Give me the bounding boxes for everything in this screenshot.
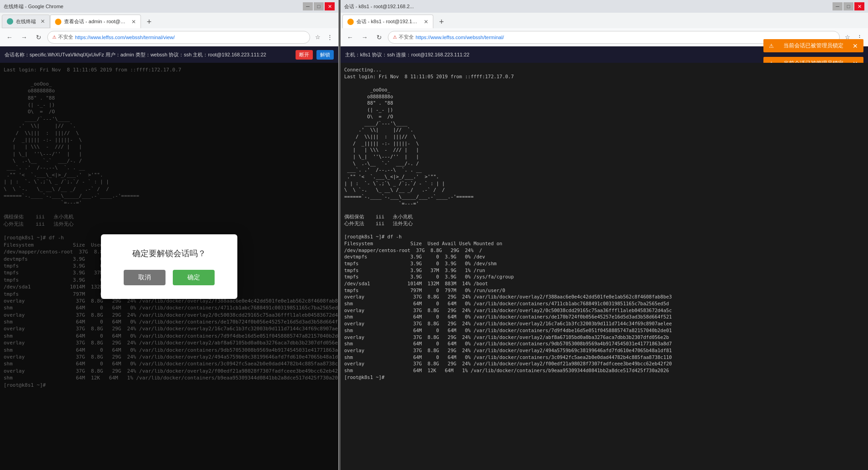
right-title-bar: 会话 - k8s1 - root@192.168.2... ─ □ ✕ bbox=[341, 0, 868, 13]
left-unlock-button[interactable]: 解锁 bbox=[316, 50, 334, 60]
left-disconnect-button[interactable]: 断开 bbox=[296, 50, 313, 60]
left-forward-button[interactable]: → bbox=[18, 31, 30, 43]
left-window-title: 在线终端 - Google Chrome bbox=[4, 3, 301, 10]
left-tab-2-label: 查看会话 - admin - root@192... bbox=[64, 18, 127, 25]
left-insecure-icon: ⚠ bbox=[52, 35, 56, 40]
right-insecure-label: 不安全 bbox=[399, 34, 414, 40]
left-modal-confirm-button[interactable]: 确定 bbox=[173, 270, 215, 285]
left-tab-1-icon bbox=[7, 18, 13, 25]
left-tab-bar: 在线终端 ✕ 查看会话 - admin - root@192... ✕ + bbox=[0, 13, 338, 28]
left-close-button[interactable]: ✕ bbox=[325, 2, 335, 10]
right-browser-window: 会话 - k8s1 - root@192.168.2... ─ □ ✕ 会话 -… bbox=[341, 0, 868, 470]
left-modal: 确定要解锁会话吗？ 取消 确定 bbox=[101, 234, 237, 299]
right-close-button[interactable]: ✕ bbox=[854, 2, 864, 10]
right-new-tab-button[interactable]: + bbox=[435, 15, 448, 28]
right-forward-button[interactable]: → bbox=[359, 31, 371, 43]
left-terminal[interactable]: Last login: Fri Nov 8 11:11:05 2019 from… bbox=[0, 63, 338, 470]
right-terminal[interactable]: Connecting... Last login: Fri Nov 8 11:1… bbox=[341, 63, 868, 470]
left-url-bar[interactable]: ⚠ 不安全 https://www.leffss.com/webssh/term… bbox=[47, 31, 310, 44]
left-insecure-label: 不安全 bbox=[58, 34, 73, 40]
right-tab-1-label: 会话 - k8s1 - root@192.168.2... bbox=[356, 18, 419, 25]
right-tab-1-close[interactable]: ✕ bbox=[424, 19, 428, 25]
right-window-controls: ─ □ ✕ bbox=[833, 2, 864, 10]
left-tab-1[interactable]: 在线终端 ✕ bbox=[2, 15, 50, 28]
right-minimize-button[interactable]: ─ bbox=[833, 2, 843, 10]
left-minimize-button[interactable]: ─ bbox=[303, 2, 313, 10]
left-modal-title: 确定要解锁会话吗？ bbox=[119, 248, 219, 259]
left-maximize-button[interactable]: □ bbox=[314, 2, 324, 10]
right-alert-text-1: 当前会话已被管理员锁定 bbox=[783, 42, 843, 50]
left-modal-overlay: 确定要解锁会话吗？ 取消 确定 bbox=[0, 63, 338, 470]
left-window-controls: ─ □ ✕ bbox=[303, 2, 335, 10]
right-tab-1-icon bbox=[347, 19, 354, 25]
right-info-text: 主机：k8s1 协议：ssh 连接：root@192.168.223.111:2… bbox=[345, 51, 760, 58]
left-info-bar: 会话名称：specific.WhXUTvaVlkhqIXjxUivFz 用户：a… bbox=[0, 46, 338, 63]
right-alert-banner-1: ⚠ 当前会话已被管理员锁定 ✕ bbox=[763, 39, 863, 52]
left-url-text: https://www.leffss.com/webssh/terminal/v… bbox=[75, 35, 175, 40]
left-tab-1-close[interactable]: ✕ bbox=[40, 18, 45, 25]
right-info-bar: 主机：k8s1 协议：ssh 连接：root@192.168.223.111:2… bbox=[341, 46, 868, 63]
left-tab-2[interactable]: 查看会话 - admin - root@192... ✕ bbox=[50, 15, 141, 28]
left-browser-window: 在线终端 - Google Chrome ─ □ ✕ 在线终端 ✕ 查看会话 -… bbox=[0, 0, 339, 470]
left-bookmark-button[interactable]: ☆ bbox=[313, 32, 323, 42]
right-maximize-button[interactable]: □ bbox=[843, 2, 853, 10]
left-title-bar: 在线终端 - Google Chrome ─ □ ✕ bbox=[0, 0, 338, 13]
left-modal-cancel-button[interactable]: 取消 bbox=[124, 270, 166, 285]
left-more-button[interactable]: ⋮ bbox=[325, 32, 335, 42]
right-window-title: 会话 - k8s1 - root@192.168.2... bbox=[344, 3, 831, 10]
left-back-button[interactable]: ← bbox=[4, 31, 15, 43]
right-refresh-button[interactable]: ↻ bbox=[373, 31, 385, 43]
right-back-button[interactable]: ← bbox=[344, 31, 356, 43]
left-info-text: 会话名称：specific.WhXUTvaVlkhqIXjxUivFz 用户：a… bbox=[5, 51, 292, 58]
left-tab-1-label: 在线终端 bbox=[16, 18, 36, 25]
right-tab-1[interactable]: 会话 - k8s1 - root@192.168.2... ✕ bbox=[342, 15, 433, 28]
left-modal-buttons: 取消 确定 bbox=[119, 270, 219, 285]
left-address-icons: ☆ ⋮ bbox=[313, 32, 335, 42]
right-alert-close-1[interactable]: ✕ bbox=[853, 42, 858, 50]
right-tab-bar: 会话 - k8s1 - root@192.168.2... ✕ + bbox=[341, 13, 868, 28]
right-alert-icon-1: ⚠ bbox=[769, 43, 774, 49]
left-tab-2-icon bbox=[55, 19, 61, 25]
left-tab-2-close[interactable]: ✕ bbox=[131, 19, 136, 25]
left-refresh-button[interactable]: ↻ bbox=[33, 31, 45, 43]
right-terminal-content: Connecting... Last login: Fri Nov 8 11:1… bbox=[344, 66, 864, 380]
left-new-tab-button[interactable]: + bbox=[143, 15, 156, 28]
right-url-text: https://www.leffss.com/webssh/terminal/ bbox=[416, 35, 504, 40]
left-address-bar: ← → ↻ ⚠ 不安全 https://www.leffss.com/webss… bbox=[0, 28, 338, 46]
right-insecure-icon: ⚠ bbox=[393, 35, 397, 40]
